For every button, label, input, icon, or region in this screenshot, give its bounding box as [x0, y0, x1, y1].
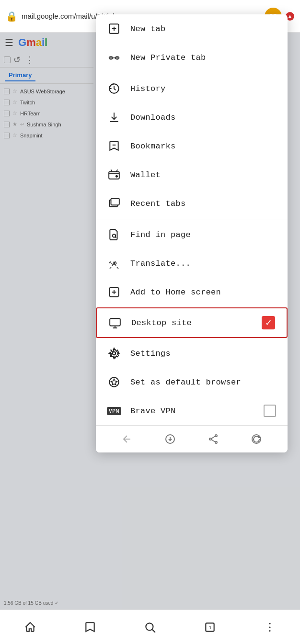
new-private-tab-label: New Private tab — [130, 53, 206, 62]
download-button[interactable] — [162, 430, 179, 448]
vpn-icon: VPN — [107, 404, 121, 418]
svg-rect-12 — [109, 172, 119, 179]
svg-point-13 — [116, 176, 117, 177]
find-in-page-icon — [107, 228, 121, 241]
bookmark-button[interactable] — [78, 615, 102, 639]
svg-text:A: A — [109, 260, 112, 265]
bookmarks-label: Bookmarks — [130, 142, 176, 151]
more-button[interactable] — [258, 615, 282, 639]
svg-line-33 — [211, 436, 215, 439]
menu-item-bookmarks[interactable]: Bookmarks — [96, 132, 288, 160]
recent-tabs-icon — [107, 197, 121, 210]
svg-point-31 — [209, 438, 211, 440]
settings-icon — [107, 347, 121, 360]
home-button[interactable] — [18, 615, 42, 639]
downloads-label: Downloads — [130, 113, 176, 122]
tabs-button[interactable]: 1 — [198, 615, 222, 639]
set-default-label: Set as default browser — [130, 378, 241, 387]
brave-vpn-label: Brave VPN — [130, 407, 176, 416]
svg-rect-21 — [110, 318, 120, 326]
history-label: History — [130, 84, 166, 93]
divider-2 — [96, 219, 288, 219]
desktop-site-checkbox[interactable]: ✓ — [262, 316, 275, 329]
svg-point-40 — [269, 622, 271, 624]
private-tab-icon — [107, 51, 121, 64]
lock-icon: 🔒 — [6, 11, 18, 22]
unchecked-box — [264, 405, 276, 417]
new-tab-icon — [107, 22, 121, 35]
menu-item-new-tab[interactable]: New tab — [96, 14, 288, 43]
check-icon: ✓ — [262, 316, 275, 329]
add-to-home-icon — [107, 285, 121, 299]
menu-item-desktop-site[interactable]: Desktop site ✓ — [96, 307, 288, 338]
reload-button[interactable] — [248, 430, 265, 448]
svg-marker-27 — [111, 379, 117, 385]
svg-point-8 — [109, 56, 113, 59]
settings-label: Settings — [130, 349, 171, 358]
svg-text:1: 1 — [209, 625, 212, 630]
svg-rect-5 — [113, 57, 115, 58]
menu-item-brave-vpn[interactable]: VPN Brave VPN — [96, 396, 288, 425]
svg-point-32 — [215, 441, 217, 443]
menu-item-set-default-browser[interactable]: Set as default browser — [96, 368, 288, 396]
wallet-icon — [107, 168, 121, 181]
menu-item-translate[interactable]: A A Translate... — [96, 249, 288, 278]
recent-tabs-label: Recent tabs — [130, 199, 186, 208]
wallet-label: Wallet — [130, 170, 161, 180]
svg-point-36 — [146, 623, 153, 630]
add-to-home-label: Add to Home screen — [130, 288, 221, 297]
menu-item-wallet[interactable]: Wallet — [96, 160, 288, 189]
history-icon — [107, 82, 121, 95]
set-default-icon — [107, 375, 121, 389]
new-tab-label: New tab — [130, 24, 166, 34]
translate-icon: A A — [107, 257, 121, 270]
svg-point-41 — [269, 626, 271, 628]
svg-line-34 — [211, 440, 215, 442]
menu-item-downloads[interactable]: Downloads — [96, 103, 288, 132]
menu-item-history[interactable]: History — [96, 74, 288, 103]
mini-toolbar — [96, 425, 288, 452]
vpn-checkbox[interactable] — [264, 405, 276, 417]
desktop-site-icon — [108, 316, 122, 329]
bottom-nav: 1 — [0, 610, 300, 644]
search-button[interactable] — [138, 615, 162, 639]
svg-point-9 — [115, 56, 119, 59]
vpn-badge: VPN — [107, 407, 121, 415]
svg-point-30 — [215, 435, 217, 437]
desktop-site-label: Desktop site — [131, 318, 192, 328]
svg-point-25 — [113, 352, 116, 355]
menu-item-new-private-tab[interactable]: New Private tab — [96, 43, 288, 72]
downloads-icon — [107, 111, 121, 124]
bookmarks-icon — [107, 139, 121, 153]
find-in-page-label: Find in page — [130, 230, 191, 239]
menu-item-settings[interactable]: Settings — [96, 339, 288, 368]
svg-point-16 — [113, 234, 116, 237]
svg-point-42 — [269, 630, 271, 631]
dropdown-menu: New tab New Private tab — [96, 14, 288, 452]
svg-rect-15 — [111, 198, 119, 205]
share-button[interactable] — [205, 430, 222, 448]
svg-line-17 — [115, 237, 116, 237]
divider-1 — [96, 73, 288, 73]
menu-item-recent-tabs[interactable]: Recent tabs — [96, 189, 288, 218]
menu-item-add-to-home[interactable]: Add to Home screen — [96, 278, 288, 306]
svg-line-37 — [152, 629, 155, 632]
menu-item-find-in-page[interactable]: Find in page — [96, 220, 288, 249]
back-button[interactable] — [118, 430, 136, 448]
translate-label: Translate... — [130, 259, 191, 268]
